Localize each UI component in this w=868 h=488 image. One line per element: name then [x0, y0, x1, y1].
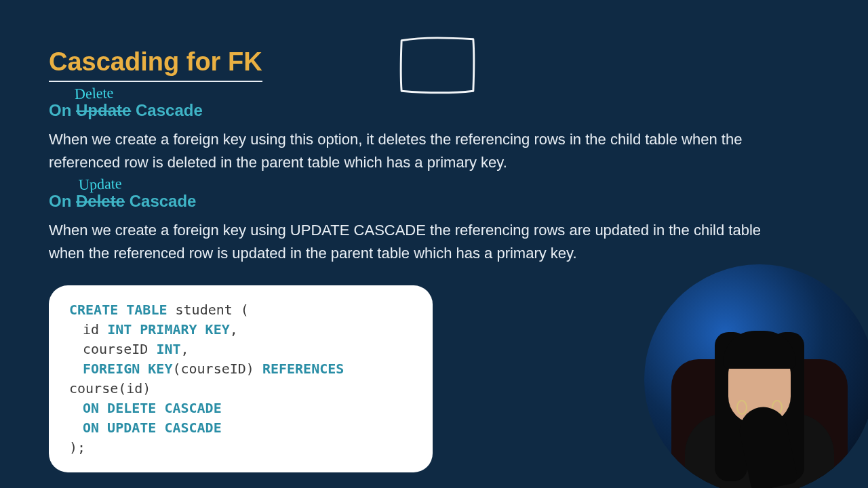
hand-drawn-rectangle: [397, 34, 477, 96]
body-text-1: When we create a foreign key using this …: [49, 128, 781, 174]
code-line-7: );: [69, 438, 412, 458]
subheading-1-suffix: Cascade: [131, 101, 202, 119]
code-line-5: ON DELETE CASCADE: [69, 399, 412, 418]
code-line-2: id INT PRIMARY KEY,: [69, 320, 412, 340]
code-line-4: FOREIGN KEY(courseID) REFERENCES course(…: [69, 359, 412, 399]
sql-code-block: CREATE TABLE student ( id INT PRIMARY KE…: [49, 285, 433, 472]
body-text-2: When we create a foreign key using UPDAT…: [49, 219, 781, 265]
subheading-1-struck: Update: [76, 101, 131, 119]
subheading-2-prefix: On: [49, 192, 76, 210]
handwritten-correction-update: Update: [79, 175, 122, 194]
code-line-1: CREATE TABLE student (: [69, 300, 412, 320]
subheading-1-prefix: On: [49, 101, 76, 119]
subheading-2: On Delete Cascade: [49, 192, 819, 211]
subheading-2-suffix: Cascade: [125, 192, 196, 210]
slide-title: Cascading for FK: [49, 47, 262, 82]
section-on-update-cascade: Update On Delete Cascade When we create …: [49, 192, 819, 265]
presenter-silhouette: [692, 332, 827, 488]
handwritten-correction-delete: Delete: [75, 84, 114, 103]
presenter-webcam: [644, 264, 868, 488]
section-on-delete-cascade: Delete On Update Cascade When we create …: [49, 101, 819, 174]
code-line-6: ON UPDATE CASCADE: [69, 418, 412, 438]
subheading-1: On Update Cascade: [49, 101, 819, 120]
code-line-3: courseID INT,: [69, 340, 412, 359]
subheading-2-struck: Delete: [76, 192, 125, 210]
